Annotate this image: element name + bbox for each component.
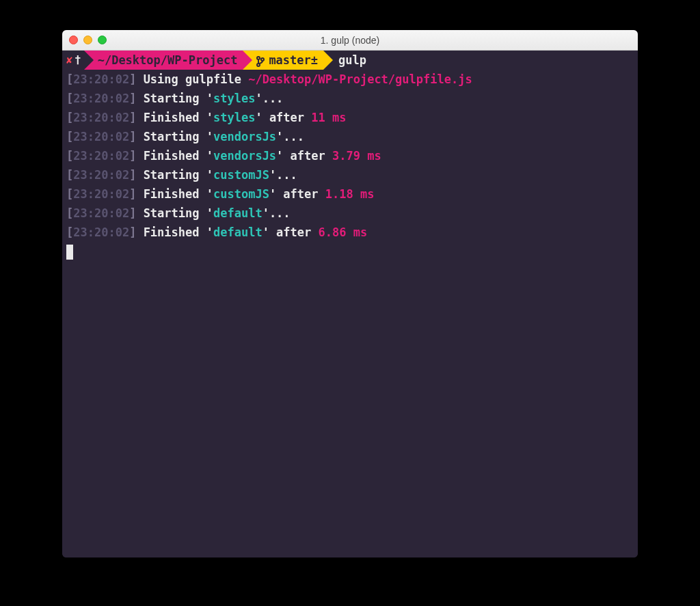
close-icon[interactable] [69,36,78,44]
prompt-row: ✘ † ~/Desktop/WP-Project master± gulp [62,51,638,70]
maximize-icon[interactable] [98,36,107,44]
svg-point-2 [261,58,264,61]
log-line: [23:20:02] Finished 'customJS' after 1.1… [62,184,638,204]
x-icon: ✘ [66,51,75,70]
log-line: [23:20:02] Starting 'styles'... [62,89,638,108]
prompt-path: ~/Desktop/WP-Project [98,51,238,70]
prompt-path-segment: ~/Desktop/WP-Project [84,51,243,70]
log-line: [23:20:02] Finished 'styles' after 11 ms [62,108,638,127]
prompt-branch: master± [269,51,318,70]
titlebar[interactable]: 1. gulp (node) [62,30,638,51]
lightning-icon: † [75,51,81,70]
log-line: [23:20:02] Using gulpfile ~/Desktop/WP-P… [62,70,638,89]
cursor-icon [66,245,73,260]
terminal-window: 1. gulp (node) ✘ † ~/Desktop/WP-Project [62,30,638,557]
prompt-status-segment: ✘ † [62,51,84,70]
minimize-icon[interactable] [83,36,92,44]
prompt-branch-segment: master± [243,51,323,70]
window-title: 1. gulp (node) [69,35,631,46]
log-line: [23:20:02] Starting 'customJS'... [62,165,638,184]
log-line: [23:20:02] Starting 'default'... [62,204,638,223]
log-line: [23:20:02] Starting 'vendorsJs'... [62,127,638,146]
log-line: [23:20:02] Finished 'default' after 6.86… [62,223,638,242]
svg-point-0 [257,57,260,59]
terminal-body[interactable]: ✘ † ~/Desktop/WP-Project master± gulp [62,51,638,557]
log-line: [23:20:02] Finished 'vendorsJs' after 3.… [62,146,638,165]
cursor-row [62,242,638,261]
log-output: [23:20:02] Using gulpfile ~/Desktop/WP-P… [62,70,638,242]
traffic-lights [69,36,107,44]
git-branch-icon [256,54,265,66]
